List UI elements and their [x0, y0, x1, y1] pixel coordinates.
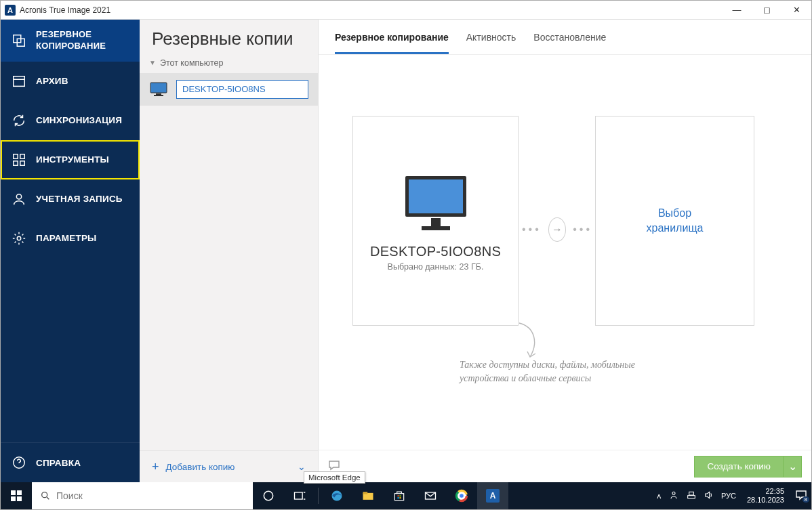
tab-restore[interactable]: Восстановление — [533, 32, 606, 54]
source-name: DESKTOP-5IOO8NS — [370, 244, 501, 259]
add-backup-label: Добавить копию — [166, 462, 235, 472]
volume-icon[interactable] — [704, 490, 714, 502]
taskbar-clock[interactable]: 22:35 28.10.2023 — [743, 487, 788, 504]
taskbar-search[interactable] — [32, 482, 253, 509]
sidebar-item-label: АРХИВ — [36, 76, 68, 86]
taskbar-app-acronis[interactable]: A — [477, 482, 508, 509]
taskbar-date: 28.10.2023 — [747, 496, 784, 505]
chevron-down-icon[interactable]: ⌄ — [298, 461, 306, 472]
main-panel: Резервное копирование Активность Восстан… — [319, 20, 811, 482]
help-icon — [12, 455, 26, 470]
destination-card[interactable]: Выбор хранилища — [595, 116, 754, 326]
sidebar-item-backup[interactable]: РЕЗЕРВНОЕ КОПИРОВАНИЕ — [1, 20, 140, 62]
taskbar-app-mail[interactable] — [415, 482, 446, 509]
source-card[interactable]: DESKTOP-5IOO8NS Выбрано данных: 23 ГБ. — [352, 116, 519, 326]
tray-overflow-button[interactable]: ʌ — [657, 492, 662, 501]
chevron-down-icon: ▼ — [149, 59, 156, 66]
task-view-button[interactable] — [284, 482, 315, 509]
gear-icon — [12, 231, 26, 246]
account-icon — [12, 192, 26, 207]
svg-rect-5 — [14, 161, 18, 165]
backup-icon — [12, 33, 26, 48]
taskbar-app-store[interactable] — [384, 482, 415, 509]
sidebar-item-label: ИНСТРУМЕНТЫ — [36, 154, 109, 165]
dots-icon: ••• — [522, 224, 542, 236]
sidebar: РЕЗЕРВНОЕ КОПИРОВАНИЕ АРХИВ СИНХРОНИЗАЦИ… — [1, 20, 140, 482]
language-indicator[interactable]: РУС — [721, 492, 736, 500]
svg-rect-15 — [431, 218, 441, 226]
sidebar-item-account[interactable]: УЧЕТНАЯ ЗАПИСЬ — [1, 179, 140, 219]
hint-arrow-icon — [515, 320, 542, 361]
main-bottombar: Создать копию ⌄ — [319, 450, 811, 482]
svg-rect-11 — [156, 93, 161, 95]
svg-rect-16 — [422, 226, 450, 230]
svg-rect-10 — [150, 83, 167, 93]
start-button[interactable] — [1, 482, 32, 509]
svg-rect-26 — [363, 492, 368, 494]
svg-rect-41 — [689, 492, 694, 495]
taskbar: A ʌ РУС 22:35 28.10.2023 8 — [1, 482, 811, 509]
notification-count: 8 — [803, 496, 809, 503]
cortana-button[interactable] — [253, 482, 284, 509]
svg-rect-18 — [17, 490, 22, 495]
minimize-button[interactable]: ― — [722, 1, 752, 20]
listpane-category[interactable]: ▼ Этот компьютер — [140, 56, 318, 73]
search-icon — [40, 490, 51, 501]
taskbar-tooltip: Microsoft Edge — [304, 471, 365, 484]
taskbar-time: 22:35 — [747, 487, 784, 496]
svg-point-7 — [16, 194, 21, 198]
network-icon[interactable] — [686, 490, 697, 502]
tab-backup[interactable]: Резервное копирование — [335, 32, 449, 54]
backup-list-item[interactable] — [140, 73, 318, 106]
backup-name-input[interactable] — [176, 80, 308, 99]
svg-rect-40 — [688, 496, 695, 498]
sidebar-item-settings[interactable]: ПАРАМЕТРЫ — [1, 219, 140, 258]
svg-rect-3 — [14, 154, 18, 158]
svg-rect-31 — [399, 497, 401, 498]
app-icon: A — [5, 5, 16, 16]
sidebar-item-label: СПРАВКА — [36, 458, 81, 468]
taskbar-app-explorer[interactable] — [352, 482, 384, 509]
svg-rect-2 — [14, 76, 25, 86]
titlebar: A Acronis True Image 2021 ― ◻ ✕ — [1, 1, 811, 20]
backup-stage: DESKTOP-5IOO8NS Выбрано данных: 23 ГБ. •… — [319, 55, 811, 450]
svg-rect-28 — [398, 495, 399, 496]
app-title: Acronis True Image 2021 — [20, 5, 110, 15]
create-backup-dropdown[interactable]: ⌄ — [783, 456, 802, 477]
svg-rect-17 — [11, 490, 16, 495]
tools-icon — [12, 152, 26, 167]
acronis-icon: A — [486, 489, 500, 503]
people-icon[interactable] — [668, 490, 679, 502]
maximize-button[interactable]: ◻ — [752, 1, 781, 20]
archive-icon — [12, 74, 26, 89]
add-backup-button[interactable]: + Добавить копию ⌄ — [140, 450, 318, 482]
sidebar-item-help[interactable]: СПРАВКА — [1, 442, 140, 482]
svg-rect-20 — [17, 496, 22, 501]
app-window: A Acronis True Image 2021 ― ◻ ✕ РЕЗЕРВНО… — [0, 0, 812, 510]
source-subtitle: Выбрано данных: 23 ГБ. — [388, 262, 484, 272]
svg-point-22 — [264, 491, 272, 500]
sidebar-item-label: СИНХРОНИЗАЦИЯ — [36, 115, 122, 125]
svg-point-21 — [42, 492, 47, 498]
plus-icon: + — [152, 461, 159, 473]
close-button[interactable]: ✕ — [781, 1, 811, 20]
svg-rect-14 — [409, 179, 463, 213]
create-backup-button[interactable]: Создать копию — [694, 456, 783, 477]
category-label: Этот компьютер — [160, 58, 223, 68]
svg-rect-23 — [295, 492, 303, 499]
sync-icon — [12, 113, 26, 128]
destination-label: Выбор хранилища — [647, 206, 704, 235]
taskbar-app-edge[interactable] — [321, 482, 352, 509]
taskbar-app-chrome[interactable] — [446, 482, 477, 509]
backup-list-pane: Резервные копии ▼ Этот компьютер + Добав… — [140, 20, 319, 482]
sidebar-item-tools[interactable]: ИНСТРУМЕНТЫ — [1, 140, 140, 179]
monitor-icon — [149, 82, 168, 97]
taskbar-search-input[interactable] — [56, 490, 245, 501]
svg-rect-30 — [398, 497, 399, 498]
sidebar-item-archive[interactable]: АРХИВ — [1, 62, 140, 101]
sidebar-item-label: РЕЗЕРВНОЕ КОПИРОВАНИЕ — [36, 29, 129, 52]
svg-rect-4 — [20, 154, 24, 158]
sidebar-item-sync[interactable]: СИНХРОНИЗАЦИЯ — [1, 101, 140, 140]
action-center-button[interactable]: 8 — [795, 490, 807, 502]
tab-activity[interactable]: Активность — [466, 32, 516, 54]
